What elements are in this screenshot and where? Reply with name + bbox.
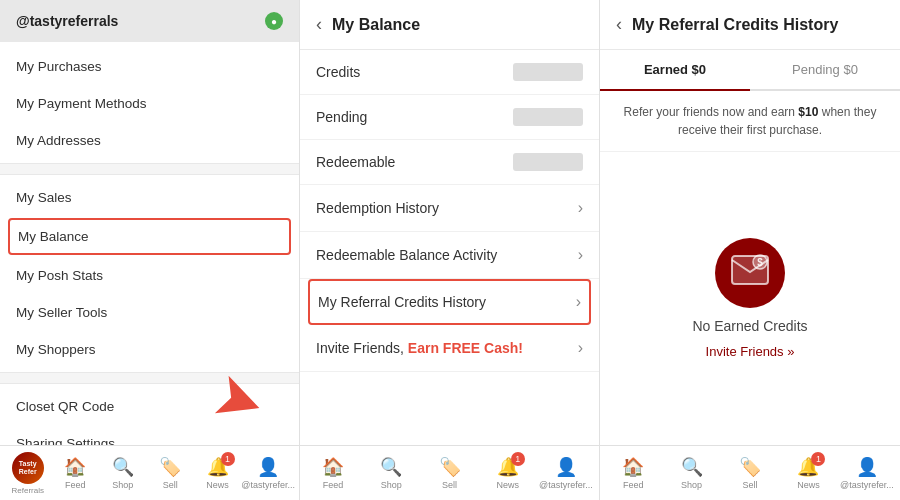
nav-feed-right[interactable]: 🏠 Feed <box>604 456 662 490</box>
earn-amount: $10 <box>798 105 818 119</box>
menu-divider-1 <box>0 163 299 175</box>
notification-dot: ● <box>265 12 283 30</box>
middle-title: My Balance <box>332 16 420 34</box>
nav-sell-mid[interactable]: 🏷️ Sell <box>420 456 478 490</box>
credits-label: Credits <box>316 64 360 80</box>
right-bottom-nav: 🏠 Feed 🔍 Shop 🏷️ Sell 🔔1 News 👤 @tastyre… <box>600 445 900 500</box>
invite-friends-link[interactable]: Invite Friends, Earn FREE Cash! › <box>300 325 599 372</box>
nav-news-mid[interactable]: 🔔1 News <box>479 456 537 490</box>
right-panel: ‹ My Referral Credits History Earned $0 … <box>600 0 900 500</box>
sell-label: Sell <box>163 480 178 490</box>
menu-item-sales[interactable]: My Sales <box>0 179 299 216</box>
back-arrow-middle[interactable]: ‹ <box>316 14 322 35</box>
no-credits-text: No Earned Credits <box>692 318 807 334</box>
redemption-chevron: › <box>578 199 583 217</box>
left-panel: @tastyreferrals ● My Purchases My Paymen… <box>0 0 300 500</box>
nav-news-left[interactable]: 🔔1 News <box>194 456 241 490</box>
tab-pending[interactable]: Pending $0 <box>750 50 900 89</box>
middle-bottom-nav: 🏠 Feed 🔍 Shop 🏷️ Sell 🔔1 News 👤 @tastyre… <box>300 445 599 500</box>
shop-icon-mid: 🔍 <box>380 456 402 478</box>
nav-feed-left[interactable]: 🏠 Feed <box>51 456 98 490</box>
svg-text:$: $ <box>757 257 763 268</box>
shop-label-mid: Shop <box>381 480 402 490</box>
feed-icon-right: 🏠 <box>622 456 644 478</box>
feed-label: Feed <box>65 480 86 490</box>
redeemable-label: Redeemable <box>316 154 395 170</box>
shop-label-right: Shop <box>681 480 702 490</box>
feed-label-mid: Feed <box>323 480 344 490</box>
tabs-header: Earned $0 Pending $0 <box>600 50 900 91</box>
envelope-icon: $ <box>730 252 770 295</box>
pending-row: Pending <box>300 95 599 140</box>
invite-chevron: › <box>578 339 583 357</box>
invite-friends-label: Invite Friends, Earn FREE Cash! <box>316 340 523 356</box>
menu-item-addresses[interactable]: My Addresses <box>0 122 299 159</box>
tab-earned[interactable]: Earned $0 <box>600 50 750 89</box>
profile-icon-mid: 👤 <box>555 456 577 478</box>
referral-credits-label: My Referral Credits History <box>318 294 486 310</box>
nav-sell-left[interactable]: 🏷️ Sell <box>146 456 193 490</box>
news-label-right: News <box>797 480 820 490</box>
nav-feed[interactable]: TastyRefer Referrals <box>4 452 51 495</box>
menu-item-shoppers[interactable]: My Shoppers <box>0 331 299 368</box>
sell-icon-mid: 🏷️ <box>439 456 461 478</box>
credits-row: Credits <box>300 50 599 95</box>
left-bottom-nav: TastyRefer Referrals 🏠 Feed 🔍 Shop 🏷️ Se… <box>0 445 299 500</box>
menu-item-purchases[interactable]: My Purchases <box>0 48 299 85</box>
redemption-history-label: Redemption History <box>316 200 439 216</box>
news-icon: 🔔1 <box>207 456 229 478</box>
shop-icon: 🔍 <box>112 456 134 478</box>
username: @tastyreferrals <box>16 13 118 29</box>
invite-link[interactable]: Invite Friends » <box>706 344 795 359</box>
redeemable-value <box>513 153 583 171</box>
redeemable-row: Redeemable <box>300 140 599 185</box>
nav-shop-mid[interactable]: 🔍 Shop <box>362 456 420 490</box>
profile-label-right: @tastyrefer... <box>840 480 894 490</box>
refer-description: Refer your friends now and earn $10 when… <box>600 91 900 152</box>
feed-label-right: Feed <box>623 480 644 490</box>
shop-label: Shop <box>112 480 133 490</box>
user-header: @tastyreferrals ● <box>0 0 299 42</box>
nav-feed-mid[interactable]: 🏠 Feed <box>304 456 362 490</box>
shop-icon-right: 🔍 <box>681 456 703 478</box>
credits-value <box>513 63 583 81</box>
menu-item-balance[interactable]: My Balance <box>8 218 291 255</box>
pending-label: Pending <box>316 109 367 125</box>
nav-profile-mid[interactable]: 👤 @tastyrefer... <box>537 456 595 490</box>
nav-sell-right[interactable]: 🏷️ Sell <box>721 456 779 490</box>
svg-marker-0 <box>215 376 266 427</box>
news-icon-mid: 🔔1 <box>497 456 519 478</box>
redeemable-chevron: › <box>578 246 583 264</box>
news-label: News <box>206 480 229 490</box>
empty-state: $ No Earned Credits Invite Friends » <box>600 152 900 445</box>
feed-icon-mid: 🏠 <box>322 456 344 478</box>
right-header: ‹ My Referral Credits History <box>600 0 900 50</box>
nav-profile-right[interactable]: 👤 @tastyrefer... <box>838 456 896 490</box>
profile-label: @tastyrefer... <box>241 480 295 490</box>
pending-value <box>513 108 583 126</box>
redemption-history-link[interactable]: Redemption History › <box>300 185 599 232</box>
profile-icon: 👤 <box>257 456 279 478</box>
nav-shop-left[interactable]: 🔍 Shop <box>99 456 146 490</box>
feed-icon: 🏠 <box>64 456 86 478</box>
news-icon-right: 🔔1 <box>797 456 819 478</box>
sell-icon-right: 🏷️ <box>739 456 761 478</box>
sell-label-mid: Sell <box>442 480 457 490</box>
referral-credits-link[interactable]: My Referral Credits History › <box>308 279 591 325</box>
menu-item-payment[interactable]: My Payment Methods <box>0 85 299 122</box>
nav-news-right[interactable]: 🔔1 News <box>779 456 837 490</box>
back-arrow-right[interactable]: ‹ <box>616 14 622 35</box>
middle-panel: ‹ My Balance Credits Pending Redeemable … <box>300 0 600 500</box>
right-title: My Referral Credits History <box>632 16 838 34</box>
nav-shop-right[interactable]: 🔍 Shop <box>662 456 720 490</box>
nav-profile-left[interactable]: 👤 @tastyrefer... <box>241 456 295 490</box>
menu-item-posh-stats[interactable]: My Posh Stats <box>0 257 299 294</box>
news-label-mid: News <box>496 480 519 490</box>
profile-label-mid: @tastyrefer... <box>539 480 593 490</box>
menu-item-seller-tools[interactable]: My Seller Tools <box>0 294 299 331</box>
middle-header: ‹ My Balance <box>300 0 599 50</box>
empty-icon-circle: $ <box>715 238 785 308</box>
profile-icon-right: 👤 <box>856 456 878 478</box>
redeemable-activity-link[interactable]: Redeemable Balance Activity › <box>300 232 599 279</box>
referral-chevron: › <box>576 293 581 311</box>
